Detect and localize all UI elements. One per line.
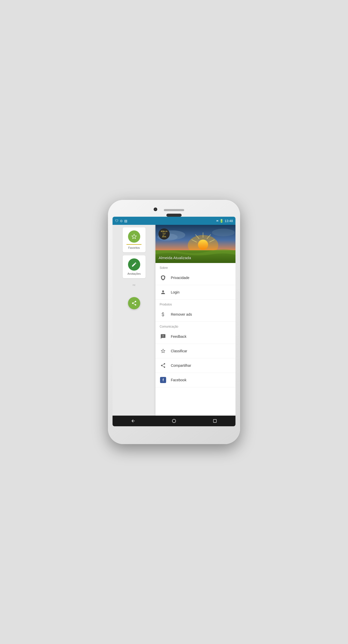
status-sd-icon: ▤ [124,219,127,223]
drawer-item-classificar[interactable]: Classificar [155,344,235,358]
login-label: Login [171,290,179,294]
svg-point-10 [212,229,235,236]
phone-top-bar [113,204,235,215]
classificar-label: Classificar [171,349,187,353]
facebook-label: Facebook [171,378,186,382]
phone-screen-wrap: 🛡 ⊙ ▤ ✕ 🔋 13:48 [113,217,235,426]
drawer-title: Almeida Atualizada [159,256,191,260]
navigation-drawer: BÍBLIA 🕊 ARA Almeida Atualizada Sobre [155,225,235,416]
annotations-card[interactable]: Anotações [123,255,146,278]
compartilhar-label: Compartilhar [171,363,191,368]
drawer-item-remover-ads[interactable]: Remover ads [155,307,235,322]
back-button[interactable] [128,416,138,426]
favorites-label: Favoritos [128,246,140,249]
feedback-icon [160,333,167,340]
drawer-item-compartilhar[interactable]: Compartilhar [155,358,235,373]
section-produtos-header: Produtos [155,300,235,307]
remover-ads-label: Remover ads [171,312,192,316]
status-shield-icon: 🛡 [115,219,118,223]
recent-apps-button[interactable] [210,416,220,426]
home-button[interactable] [169,416,179,426]
phone-speaker [164,209,184,211]
favorites-icon [128,230,140,243]
share-fab-container [128,297,140,309]
annotations-icon [128,258,140,271]
partial-text: nc [133,283,136,286]
pen-icon [131,262,137,267]
star-outline-icon [131,234,137,239]
bottom-navigation [113,416,235,426]
star-icon [160,347,167,355]
right-panel: Favoritos Anotações nc [113,225,155,416]
status-bar: 🛡 ⊙ ▤ ✕ 🔋 13:48 [113,217,235,225]
annotations-label: Anotações [128,272,141,275]
favorites-underline [126,244,141,245]
status-no-signal-icon: ✕ [216,219,218,223]
status-battery-icon: 🔋 [219,219,224,223]
share-fab[interactable] [128,297,140,309]
status-time: 13:48 [225,219,233,223]
drawer-item-feedback[interactable]: Feedback [155,329,235,344]
drawer-item-login[interactable]: Login [155,285,235,300]
status-icons-left: 🛡 ⊙ ▤ [115,219,127,223]
privacidade-label: Privacidade [171,276,189,280]
facebook-icon: f [160,376,167,384]
favorites-card[interactable]: Favoritos [123,227,146,252]
drawer-header: BÍBLIA 🕊 ARA Almeida Atualizada [155,225,235,263]
phone-earpiece [166,214,182,217]
phone-device: 🛡 ⊙ ▤ ✕ 🔋 13:48 [108,200,240,444]
dollar-icon [160,311,167,318]
logo-bird-icon: 🕊 [162,232,166,236]
drawer-item-privacidade[interactable]: Privacidade [155,271,235,285]
status-circle-icon: ⊙ [120,219,123,223]
drawer-item-facebook[interactable]: f Facebook [155,373,235,387]
logo-subtitle-text: ARA [162,236,166,238]
svg-point-12 [172,419,176,423]
login-icon [160,289,167,296]
status-icons-right: ✕ 🔋 13:48 [216,219,233,223]
svg-point-2 [198,240,208,250]
feedback-label: Feedback [171,334,186,339]
svg-rect-13 [213,419,216,422]
privacy-icon [160,274,167,281]
main-area: Favoritos Anotações nc [113,225,235,416]
phone-camera [154,208,157,211]
share-icon [160,362,167,369]
phone-screen: 🛡 ⊙ ▤ ✕ 🔋 13:48 [113,217,235,426]
share-fab-icon [131,300,137,306]
section-comunicacao-header: Comunicação [155,322,235,329]
section-sobre-header: Sobre [155,263,235,271]
